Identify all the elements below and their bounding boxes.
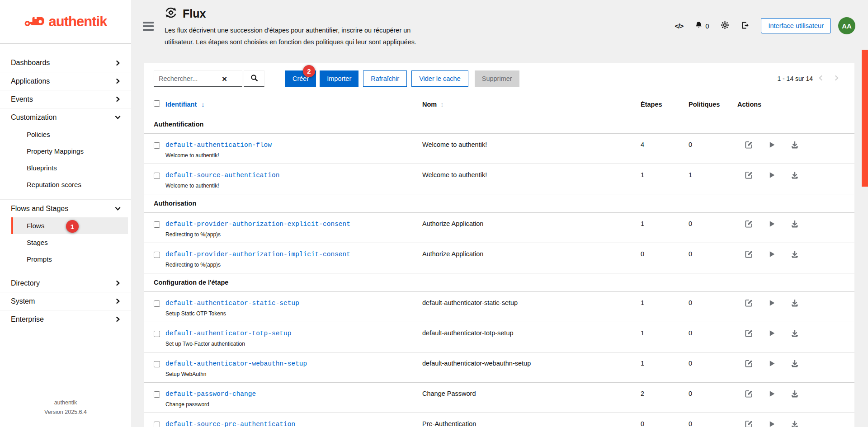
column-nom[interactable]: Nom↕ — [422, 101, 641, 108]
sidebar-item-label: System — [11, 297, 35, 305]
export-flow-button[interactable] — [789, 139, 801, 152]
api-browser-button[interactable]: </> — [670, 19, 688, 33]
execute-flow-button[interactable] — [767, 248, 777, 262]
sort-descending-icon: ↓ — [201, 101, 204, 108]
edit-flow-button[interactable] — [743, 218, 755, 231]
execute-flow-button[interactable] — [767, 388, 777, 401]
scrollbar-thumb[interactable] — [862, 50, 868, 187]
export-flow-button[interactable] — [789, 327, 801, 341]
export-flow-button[interactable] — [789, 248, 801, 262]
previous-page-button[interactable] — [813, 72, 829, 85]
download-icon — [791, 144, 799, 150]
clear-cache-button[interactable]: Vider le cache — [411, 70, 468, 87]
flow-identifier-link[interactable]: default-authentication-flow — [165, 141, 272, 149]
edit-flow-button[interactable] — [743, 248, 755, 262]
flow-policies-count: 0 — [689, 322, 737, 337]
sidebar-item-flows-and-stages[interactable]: Flows and Stages — [0, 199, 131, 217]
user-interface-button[interactable]: Interface utilisateur — [761, 18, 831, 33]
sidebar-item-stages[interactable]: Stages — [11, 234, 128, 251]
column-identifiant[interactable]: Identifiant↓ — [165, 101, 422, 108]
sidebar-item-prompts[interactable]: Prompts — [11, 251, 128, 267]
flow-identifier-link[interactable]: default-authenticator-webauthn-setup — [165, 360, 307, 367]
sidebar-toggle-button[interactable] — [142, 21, 155, 32]
sidebar-item-enterprise[interactable]: Enterprise — [0, 310, 131, 328]
clear-search-button[interactable]: × — [217, 75, 231, 83]
edit-flow-button[interactable] — [743, 297, 755, 310]
edit-flow-button[interactable] — [743, 139, 755, 152]
sidebar-item-applications[interactable]: Applications — [0, 72, 131, 90]
sidebar-item-directory[interactable]: Directory — [0, 274, 131, 292]
avatar[interactable]: AA — [838, 17, 855, 34]
row-checkbox[interactable] — [154, 252, 160, 258]
flow-identifier-link[interactable]: default-authenticator-totp-setup — [165, 330, 291, 337]
sidebar-item-system[interactable]: System — [0, 292, 131, 310]
export-flow-button[interactable] — [789, 388, 801, 401]
flow-identifier-link[interactable]: default-source-authentication — [165, 172, 279, 179]
sidebar-item-customization[interactable]: Customization — [0, 108, 131, 126]
edit-flow-button[interactable] — [743, 169, 755, 183]
flow-process-icon — [165, 6, 177, 21]
export-flow-button[interactable] — [789, 357, 801, 371]
row-checkbox[interactable] — [154, 173, 160, 179]
table-group-header: Authorisation — [144, 194, 854, 213]
row-checkbox[interactable] — [154, 361, 160, 367]
edit-flow-button[interactable] — [743, 388, 755, 401]
flow-subtitle: Setup Static OTP Tokens — [165, 310, 422, 317]
next-page-button[interactable] — [829, 72, 844, 85]
flow-identifier-link[interactable]: default-source-pre-authentication — [165, 421, 295, 427]
export-flow-button[interactable] — [789, 218, 801, 231]
bell-icon — [695, 21, 703, 30]
execute-flow-button[interactable] — [767, 139, 777, 152]
export-flow-button[interactable] — [789, 418, 801, 427]
execute-flow-button[interactable] — [767, 169, 777, 183]
sidebar-item-events[interactable]: Events — [0, 90, 131, 108]
edit-icon — [745, 332, 753, 339]
execute-flow-button[interactable] — [767, 357, 777, 371]
table-row: default-source-authentication Welcome to… — [144, 164, 854, 194]
search-input[interactable] — [154, 75, 217, 82]
notifications-button[interactable]: 0 — [690, 19, 713, 33]
sidebar-item-policies[interactable]: Policies — [11, 126, 128, 143]
row-checkbox[interactable] — [154, 142, 160, 149]
sort-both-icon: ↕ — [440, 101, 443, 108]
row-checkbox[interactable] — [154, 300, 160, 307]
sidebar-item-property-mappings[interactable]: Property Mappings — [11, 143, 128, 160]
flow-policies-count: 0 — [689, 383, 737, 397]
row-checkbox[interactable] — [154, 422, 160, 427]
sidebar-item-blueprints[interactable]: Blueprints — [11, 160, 128, 176]
execute-flow-button[interactable] — [767, 218, 777, 231]
refresh-button[interactable]: Rafraîchir — [363, 70, 407, 87]
download-icon — [791, 362, 799, 369]
export-flow-button[interactable] — [789, 297, 801, 310]
download-icon — [791, 174, 799, 181]
execute-flow-button[interactable] — [767, 297, 777, 310]
execute-flow-button[interactable] — [767, 418, 777, 427]
flow-subtitle: Redirecting to %(app)s — [165, 231, 422, 238]
chevron-right-icon — [115, 298, 120, 304]
execute-flow-button[interactable] — [767, 327, 777, 341]
logout-button[interactable] — [736, 19, 754, 33]
chevron-right-icon — [115, 60, 120, 66]
edit-flow-button[interactable] — [743, 327, 755, 341]
settings-button[interactable] — [716, 18, 734, 33]
authentik-logo[interactable]: authentik — [0, 0, 131, 43]
select-all-checkbox[interactable] — [154, 100, 160, 107]
row-checkbox[interactable] — [154, 391, 160, 398]
table-group-header: Configuration de l'étape — [144, 273, 854, 292]
sidebar-item-reputation-scores[interactable]: Reputation scores — [11, 176, 128, 193]
sidebar-item-dashboards[interactable]: Dashboards — [0, 54, 131, 72]
flow-identifier-link[interactable]: default-authenticator-static-setup — [165, 300, 299, 307]
search-submit-button[interactable] — [244, 70, 264, 87]
export-flow-button[interactable] — [789, 169, 801, 183]
flow-subtitle: Welcome to authentik! — [165, 183, 422, 189]
row-checkbox[interactable] — [154, 331, 160, 337]
edit-flow-button[interactable] — [743, 418, 755, 427]
row-checkbox[interactable] — [154, 221, 160, 228]
edit-flow-button[interactable] — [743, 357, 755, 371]
flow-identifier-link[interactable]: default-password-change — [165, 390, 256, 398]
flow-identifier-link[interactable]: default-provider-authorization-explicit-… — [165, 221, 350, 228]
table-row: default-authenticator-static-setup Setup… — [144, 292, 854, 322]
import-button[interactable]: Importer — [320, 70, 359, 87]
flow-identifier-link[interactable]: default-provider-authorization-implicit-… — [165, 251, 350, 258]
sidebar-item-label: Events — [11, 95, 33, 103]
